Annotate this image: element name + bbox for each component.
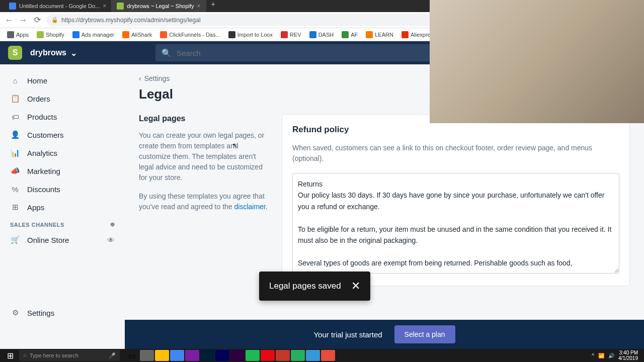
- lightroom-icon[interactable]: [215, 350, 229, 361]
- bookmark-apps[interactable]: Apps: [4, 30, 32, 39]
- taskbar-app-icon[interactable]: [306, 350, 320, 361]
- back-button[interactable]: ←: [4, 15, 14, 25]
- bookmark-clickfunnels[interactable]: ClickFunnels - Das...: [157, 30, 223, 39]
- card-description: When saved, customers can see a link to …: [292, 143, 619, 164]
- home-icon: ⌂: [10, 75, 20, 85]
- taskbar-app-icon[interactable]: [321, 350, 335, 361]
- photoshop-icon[interactable]: [200, 350, 214, 361]
- tab-label: Untitled document - Google Do...: [19, 3, 100, 9]
- chevron-left-icon: ‹: [139, 74, 141, 82]
- start-button[interactable]: ⊞: [2, 349, 18, 362]
- right-column: Refund policy When saved, customers can …: [282, 114, 630, 286]
- products-icon: 🏷: [10, 112, 20, 122]
- file-explorer-icon[interactable]: [155, 350, 169, 361]
- bookmark-icon: [160, 31, 167, 38]
- bookmark-learn[interactable]: LEARN: [363, 30, 396, 39]
- store-name-label: drybrows: [30, 48, 66, 57]
- forward-button[interactable]: →: [18, 15, 28, 25]
- close-icon[interactable]: ✕: [351, 280, 360, 293]
- cursor-icon: ↖: [232, 142, 237, 149]
- tab-google-docs[interactable]: Untitled document - Google Do... ×: [4, 0, 112, 12]
- bookmark-dash[interactable]: DASH: [306, 30, 337, 39]
- sidebar-item-discounts[interactable]: %Discounts: [0, 180, 125, 198]
- search-bar[interactable]: 🔍: [155, 44, 447, 61]
- bookmark-icon: [122, 31, 129, 38]
- sidebar: ⌂Home 📋Orders 🏷Products 👤Customers 📊Anal…: [0, 64, 125, 329]
- bookmark-rev[interactable]: REV: [278, 30, 304, 39]
- bookmark-icon: [401, 31, 409, 38]
- taskbar-app-icon[interactable]: [140, 350, 154, 361]
- discounts-icon: %: [10, 184, 20, 194]
- tab-shopify[interactable]: drybrows ~ Legal ~ Shopify ×: [112, 0, 206, 12]
- refund-policy-textarea[interactable]: [292, 173, 619, 274]
- sidebar-section-channels: SALES CHANNELS ⊕: [0, 216, 125, 231]
- premiere-icon[interactable]: [230, 350, 245, 361]
- sidebar-item-customers[interactable]: 👤Customers: [0, 126, 125, 144]
- bookmark-icon: [37, 31, 44, 38]
- close-icon[interactable]: ×: [197, 3, 201, 10]
- add-channel-icon[interactable]: ⊕: [110, 221, 115, 228]
- network-icon[interactable]: 📶: [598, 353, 604, 358]
- bookmark-icon: [342, 31, 349, 38]
- toast-message: Legal pages saved: [269, 281, 341, 291]
- docs-favicon-icon: [9, 3, 16, 10]
- section-heading: Legal pages: [139, 114, 270, 123]
- taskbar-apps: ▭: [125, 350, 335, 361]
- trial-banner: Your trial just started Select a plan: [125, 320, 644, 349]
- shopify-favicon-icon: [117, 3, 124, 10]
- two-column-layout: Legal pages You can create your own lega…: [139, 114, 630, 286]
- clock[interactable]: 3:40 PM 4/1/2019: [618, 350, 638, 361]
- mic-icon[interactable]: 🎤: [109, 352, 116, 359]
- close-icon[interactable]: ×: [103, 3, 106, 10]
- tab-label: drybrows ~ Legal ~ Shopify: [127, 3, 194, 9]
- sidebar-item-orders[interactable]: 📋Orders: [0, 89, 125, 108]
- sidebar-item-settings[interactable]: ⚙Settings: [0, 304, 125, 322]
- bookmark-af[interactable]: AF: [339, 30, 361, 39]
- tray-icon[interactable]: ^: [592, 353, 594, 358]
- sidebar-item-online-store[interactable]: 🛒 Online Store 👁: [0, 231, 125, 249]
- reload-button[interactable]: ⟳: [32, 15, 42, 25]
- new-tab-button[interactable]: +: [206, 0, 220, 12]
- onenote-icon[interactable]: [185, 350, 199, 361]
- spotify-icon[interactable]: [246, 350, 260, 361]
- gear-icon: ⚙: [10, 308, 20, 318]
- volume-icon[interactable]: 🔊: [608, 353, 614, 358]
- shopify-logo-icon: S: [8, 46, 22, 60]
- left-column: Legal pages You can create your own lega…: [139, 114, 270, 286]
- bookmark-ads[interactable]: Ads manager: [69, 30, 117, 39]
- apps-icon: ⊞: [10, 202, 20, 212]
- system-tray: ^ 📶 🔊 3:40 PM 4/1/2019: [592, 350, 642, 361]
- tabs-container: Untitled document - Google Do... × drybr…: [4, 0, 220, 12]
- search-icon: 🔍: [162, 48, 172, 58]
- bookmark-icon: [366, 31, 373, 38]
- store-icon: 🛒: [10, 235, 20, 245]
- search-input[interactable]: [177, 49, 441, 57]
- bookmark-icon: [228, 31, 235, 38]
- sidebar-item-products[interactable]: 🏷Products: [0, 108, 125, 126]
- taskbar-search[interactable]: ○ Type here to search 🎤: [19, 350, 120, 361]
- taskbar-app-icon[interactable]: [291, 350, 305, 361]
- chrome-icon[interactable]: [170, 350, 184, 361]
- bookmark-alishark[interactable]: AliShark: [119, 30, 155, 39]
- bookmark-loox[interactable]: Import to Loox: [225, 30, 276, 39]
- search-icon: ○: [23, 352, 27, 358]
- bookmark-shopify[interactable]: Shopify: [34, 30, 67, 39]
- apps-icon: [7, 31, 14, 38]
- netflix-icon[interactable]: [261, 350, 275, 361]
- marketing-icon: 📣: [10, 166, 20, 176]
- chevron-down-icon: ⌄: [70, 48, 77, 58]
- sidebar-item-home[interactable]: ⌂Home: [0, 71, 125, 89]
- disclaimer-link[interactable]: disclaimer: [234, 203, 265, 211]
- sidebar-item-analytics[interactable]: 📊Analytics: [0, 144, 125, 162]
- agree-text: By using these templates you agree that …: [139, 191, 270, 212]
- analytics-icon: 📊: [10, 148, 20, 158]
- save-toast: Legal pages saved ✕: [259, 272, 370, 301]
- eye-icon[interactable]: 👁: [107, 236, 115, 244]
- select-plan-button[interactable]: Select a plan: [394, 325, 455, 343]
- taskbar-app-icon[interactable]: [276, 350, 290, 361]
- sidebar-item-marketing[interactable]: 📣Marketing: [0, 162, 125, 180]
- store-switcher[interactable]: drybrows ⌄: [30, 48, 77, 58]
- sidebar-item-apps[interactable]: ⊞Apps: [0, 198, 125, 216]
- task-view-icon[interactable]: ▭: [125, 350, 139, 361]
- bookmark-icon: [281, 31, 288, 38]
